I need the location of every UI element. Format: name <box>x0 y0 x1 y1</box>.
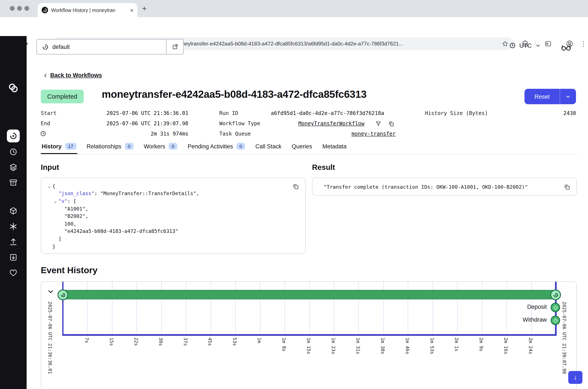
start-label: Start <box>41 110 56 116</box>
json-text: { <box>52 183 55 189</box>
result-value: "Transfer complete (transaction IDs: OKW… <box>324 178 528 196</box>
tab-workers[interactable]: Workers0 <box>143 143 178 154</box>
code-line: ⌄{ <box>46 182 300 190</box>
tab-title: Workflow History | moneytran <box>51 7 128 13</box>
copy-icon[interactable] <box>387 120 394 127</box>
task-queue-link[interactable]: money-transfer <box>351 131 395 137</box>
timezone-value: UTC <box>519 42 532 49</box>
tab-queries[interactable]: Queries <box>291 143 313 154</box>
sidebar-item-export[interactable] <box>9 238 18 246</box>
history-size-label: History Size (Bytes) <box>425 110 488 116</box>
window-minimize-button[interactable] <box>17 6 22 11</box>
run-id-label: Run ID <box>219 110 238 116</box>
download-history-button[interactable]: ↓ <box>568 371 583 384</box>
tab-count-badge: 0 <box>169 143 177 150</box>
tick-label: 30s <box>158 338 164 346</box>
bookmark-star-icon[interactable] <box>502 40 509 47</box>
window-close-button[interactable] <box>10 6 15 11</box>
tab-count-badge: 17 <box>65 143 76 150</box>
workflow-type-link[interactable]: MoneyTransferWorkflow <box>298 121 364 127</box>
tab-count-badge: 0 <box>237 143 245 150</box>
event-history-heading: Event History <box>41 265 98 275</box>
tick-label: 22s <box>133 338 139 346</box>
temporal-favicon-icon <box>42 7 48 13</box>
json-text: "A1001", <box>64 206 88 212</box>
tab-call-stack[interactable]: Call Stack <box>254 143 282 154</box>
search-screen-icon[interactable] <box>544 40 552 48</box>
tick-label: 1m 23s <box>330 338 336 354</box>
sidebar-item-schedules[interactable] <box>9 148 18 156</box>
sidebar-item-archive[interactable] <box>9 178 18 187</box>
tab-label: Workers <box>144 143 165 149</box>
copy-icon[interactable] <box>292 183 299 190</box>
temporal-logo-icon[interactable] <box>8 82 19 94</box>
tab-label: Relationships <box>87 143 121 149</box>
sidebar-item-labs[interactable] <box>9 222 18 231</box>
screen: Workflow History | moneytran × + localho… <box>0 0 588 389</box>
tab-metadata[interactable]: Metadata <box>321 143 347 154</box>
sidebar-item-workflows[interactable] <box>7 130 20 142</box>
json-text: "e4242aa5-b08d-4183-a472-dfca85fc6313" <box>64 228 178 234</box>
collapse-caret-icon[interactable]: ⌄ <box>52 199 58 203</box>
tab-relationships[interactable]: Relationships0 <box>86 143 134 154</box>
browser-tab-strip: Workflow History | moneytran × + <box>0 0 588 17</box>
back-to-workflows-link[interactable]: Back to Workflows <box>43 72 102 78</box>
result-heading: Result <box>312 163 335 172</box>
history-size-value: 2438 <box>494 110 576 116</box>
chevron-down-icon <box>565 94 571 99</box>
collapse-caret-icon[interactable]: ⌄ <box>46 184 52 189</box>
tick-label: 1m 38s <box>380 338 385 354</box>
sidebar-item-deployments[interactable] <box>9 163 18 172</box>
code-line: "json_class": "MoneyTransfer::TransferDe… <box>46 190 300 197</box>
tick-label: 2m 16s <box>503 338 509 354</box>
namespace-open-button[interactable] <box>166 39 183 54</box>
json-key: "v" <box>58 198 67 204</box>
task-queue-label: Task Queue <box>219 131 251 137</box>
reset-button[interactable]: Reset <box>524 89 560 104</box>
input-heading: Input <box>41 163 59 172</box>
timeline-panel: DepositWithdraw 2025-07-06 UTC 21:36:36.… <box>41 281 577 389</box>
back-link-label: Back to Workflows <box>50 72 102 78</box>
code-line: } <box>46 243 300 250</box>
tab-pending-activities[interactable]: Pending Activities0 <box>187 143 246 154</box>
labs-mode-icon[interactable] <box>560 42 572 51</box>
json-text: : "MoneyTransfer::TransferDetails", <box>94 191 199 197</box>
clock-icon <box>509 42 516 49</box>
window-zoom-button[interactable] <box>25 6 29 11</box>
tick-label: 1m 15s <box>306 338 311 354</box>
tick-label: 1m 53s <box>429 338 435 354</box>
input-panel: ⌄{"json_class": "MoneyTransfer::Transfer… <box>41 178 306 254</box>
browser-menu-icon[interactable]: ⋮ <box>580 40 587 48</box>
window-controls <box>10 6 29 11</box>
status-badge: Completed <box>41 90 84 103</box>
new-tab-button[interactable]: + <box>142 5 147 12</box>
namespace-select-main[interactable]: default <box>37 39 166 54</box>
tick-label: 1m 31s <box>355 338 361 354</box>
reset-dropdown-button[interactable] <box>560 89 576 104</box>
sidebar-item-feedback[interactable] <box>9 268 18 277</box>
namespace-icon <box>42 43 48 50</box>
timezone-selector[interactable]: UTC <box>509 42 541 49</box>
tab-close-icon[interactable]: × <box>130 7 134 13</box>
filter-funnel-icon[interactable] <box>375 120 381 127</box>
sidebar-item-nexus[interactable] <box>9 207 18 215</box>
namespace-selector[interactable]: default <box>36 39 184 55</box>
chevron-down-icon <box>535 43 541 48</box>
input-code: ⌄{"json_class": "MoneyTransfer::Transfer… <box>41 178 305 250</box>
tick-label: 1m 8s <box>281 338 287 352</box>
tab-history[interactable]: History17 <box>41 143 77 154</box>
tick-label: 1m <box>256 338 262 343</box>
code-line: "A1001", <box>46 205 300 213</box>
result-panel: "Transfer complete (transaction IDs: OKW… <box>312 178 577 195</box>
duration-clock-icon <box>40 130 46 137</box>
workflow-type-label: Workflow Type <box>219 121 260 127</box>
sidebar-item-import[interactable] <box>9 253 18 262</box>
browser-tab[interactable]: Workflow History | moneytran × <box>38 3 137 17</box>
copy-icon[interactable] <box>563 184 570 191</box>
browser-address-bar: localhost:8080/namespaces/default/workfl… <box>0 17 588 36</box>
tab-label: Metadata <box>322 143 346 149</box>
tab-label: History <box>42 143 62 149</box>
tick-label: 2m 24s <box>528 338 533 354</box>
timeline-ticks: 7s15s22s30s37s45s53s1m1m 8s1m 15s1m 23s1… <box>41 282 577 389</box>
code-line: ] <box>46 235 300 243</box>
